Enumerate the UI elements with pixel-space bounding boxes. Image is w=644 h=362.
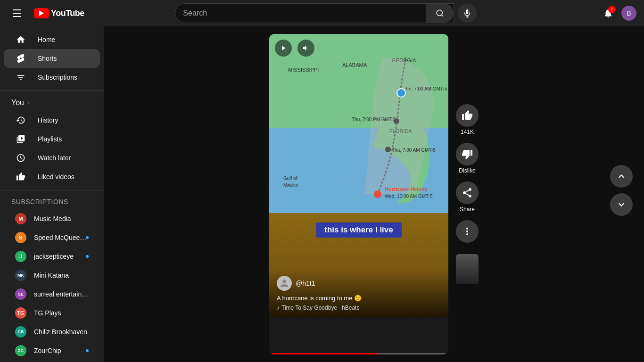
music-note-icon: ♪	[277, 304, 280, 311]
volume-button[interactable]	[297, 40, 314, 57]
short-player-wrapper: MISSISSIPPI ALABAMA GEORGIA FLORIDA Gulf…	[269, 34, 479, 354]
sub-name-zourchip: ZourChip	[34, 347, 61, 354]
channel-row: @h1t1	[277, 276, 441, 291]
short-video: MISSISSIPPI ALABAMA GEORGIA FLORIDA Gulf…	[269, 34, 448, 354]
header: YouTube 1 B	[0, 0, 644, 26]
more-circle	[456, 220, 479, 243]
sidebar-item-playlists[interactable]: Playlists	[4, 130, 100, 148]
map-preview: MISSISSIPPI ALABAMA GEORGIA FLORIDA Gulf…	[269, 34, 448, 213]
sub-name-mini-katana: Mini Katana	[34, 272, 69, 279]
watch-later-icon	[15, 152, 26, 164]
sub-avatar-chillz-brookhaven: CB	[15, 326, 26, 337]
more-button[interactable]	[456, 220, 479, 243]
sidebar-item-home[interactable]: Home	[4, 30, 100, 49]
channel-handle: @h1t1	[296, 280, 315, 287]
notification-button[interactable]: 1	[599, 4, 618, 23]
subscription-item-mini-katana[interactable]: MK Mini Katana	[4, 266, 100, 285]
sidebar-item-watch-later-label: Watch later	[38, 154, 71, 162]
video-bottom-info: @h1t1 A hurricane is coming to me 🙂 ♪ Ti…	[269, 270, 448, 317]
subscription-item-zourchip[interactable]: ZC ZourChip	[4, 341, 100, 360]
home-icon	[15, 34, 26, 45]
sub-name-jacksepticeye: jacksepticeye	[34, 253, 74, 260]
youtube-logo-icon	[34, 8, 49, 18]
sub-avatar-music-media: M	[15, 213, 26, 224]
share-button[interactable]: Share	[456, 181, 479, 213]
sidebar-item-liked-videos-label: Liked videos	[38, 173, 74, 181]
video-description: A hurricane is coming to me 🙂	[277, 295, 441, 302]
video-music: ♪ Time To Say Goodbye · hBeats	[277, 304, 441, 311]
sidebar-item-history-label: History	[38, 116, 58, 124]
subscriptions-icon	[15, 72, 26, 83]
hurricane-map: MISSISSIPPI ALABAMA GEORGIA FLORIDA Gulf…	[269, 34, 448, 213]
video-progress[interactable]	[269, 353, 448, 354]
dislike-button[interactable]: Dislike	[456, 143, 479, 174]
sub-name-music-media: Music Media	[34, 215, 71, 222]
playlists-icon	[15, 133, 26, 145]
svg-point-17	[385, 147, 391, 152]
show-more-button[interactable]: Show more	[4, 360, 100, 362]
sub-avatar-jacksepticeye: J	[15, 251, 26, 262]
like-circle	[456, 104, 479, 127]
scroll-down-button[interactable]	[610, 193, 633, 216]
svg-text:Thu, 7:00 PM GMT-5: Thu, 7:00 PM GMT-5	[352, 117, 396, 122]
subscription-item-jacksepticeye[interactable]: J jacksepticeye	[4, 247, 100, 266]
sub-name-tg-plays: TG Plays	[34, 309, 61, 317]
svg-text:Hurricane Helene: Hurricane Helene	[385, 186, 427, 192]
music-info: Time To Say Goodbye · hBeats	[281, 304, 359, 311]
svg-text:Thu, 7:00 AM GMT-5: Thu, 7:00 AM GMT-5	[392, 148, 436, 153]
menu-button[interactable]	[8, 4, 26, 23]
sidebar-item-liked-videos[interactable]: Liked videos	[4, 167, 100, 186]
sub-avatar-speed-mcqueen: S	[15, 232, 26, 243]
sidebar-item-subscriptions-label: Subscriptions	[38, 74, 77, 81]
sub-avatar-mini-katana: MK	[15, 270, 26, 281]
subscription-item-tg-plays[interactable]: TG TG Plays	[4, 304, 100, 322]
subscription-item-surreal-entertainment[interactable]: SE surreal entertainme...	[4, 285, 100, 304]
sub-avatar-zourchip: ZC	[15, 345, 26, 356]
short-actions: 141K Dislike Share	[456, 104, 479, 284]
unread-dot-zourchip	[86, 349, 89, 352]
sidebar: Home Shorts Subscriptions You › History	[0, 26, 104, 362]
main-content: MISSISSIPPI ALABAMA GEORGIA FLORIDA Gulf…	[104, 26, 644, 362]
dislike-label: Dislike	[459, 167, 475, 174]
next-short-thumbnail[interactable]	[456, 254, 479, 284]
sidebar-item-history[interactable]: History	[4, 111, 100, 130]
svg-text:MISSISSIPPI: MISSISSIPPI	[288, 67, 319, 73]
sidebar-item-watch-later[interactable]: Watch later	[4, 148, 100, 167]
svg-point-21	[397, 89, 405, 97]
sidebar-item-shorts[interactable]: Shorts	[4, 49, 100, 68]
dislike-circle	[456, 143, 479, 165]
notification-badge: 1	[608, 6, 616, 13]
like-button[interactable]: 141K	[456, 104, 479, 135]
header-center	[175, 3, 477, 23]
caption: this is where I live	[316, 222, 402, 238]
sidebar-item-shorts-label: Shorts	[38, 55, 57, 62]
you-label: You	[11, 99, 24, 107]
mic-button[interactable]	[458, 4, 477, 23]
svg-point-0	[437, 10, 443, 16]
history-icon	[15, 115, 26, 126]
play-button[interactable]	[275, 40, 292, 57]
sub-name-surreal-entertainment: surreal entertainme...	[34, 290, 89, 298]
sidebar-item-playlists-label: Playlists	[38, 135, 62, 143]
avatar[interactable]: B	[621, 6, 636, 21]
subscription-item-chillz-brookhaven[interactable]: CB Chillz Brookhaven	[4, 322, 100, 341]
search-input[interactable]	[175, 5, 426, 21]
svg-text:Mexico: Mexico	[283, 183, 298, 188]
unread-dot-jacksepticeye	[86, 255, 89, 258]
you-section-title[interactable]: You ›	[0, 95, 104, 111]
shorts-icon	[15, 53, 26, 64]
svg-text:ALABAMA: ALABAMA	[342, 62, 367, 68]
logo[interactable]: YouTube	[34, 8, 84, 18]
sub-avatar-surreal-entertainment: SE	[15, 288, 26, 300]
share-circle	[456, 181, 479, 204]
svg-point-14	[374, 190, 381, 198]
subscription-item-music-media[interactable]: M Music Media	[4, 209, 100, 228]
subscription-item-speed-mcqueen[interactable]: S Speed McQueen 2	[4, 228, 100, 247]
search-button[interactable]	[426, 4, 454, 23]
scroll-up-button[interactable]	[610, 165, 633, 188]
like-count: 141K	[461, 129, 474, 135]
svg-text:Gulf of: Gulf of	[283, 176, 297, 181]
sidebar-item-subscriptions[interactable]: Subscriptions	[4, 68, 100, 87]
sub-avatar-tg-plays: TG	[15, 307, 26, 319]
svg-text:Wed, 10:00 AM GMT-5: Wed, 10:00 AM GMT-5	[385, 194, 433, 199]
